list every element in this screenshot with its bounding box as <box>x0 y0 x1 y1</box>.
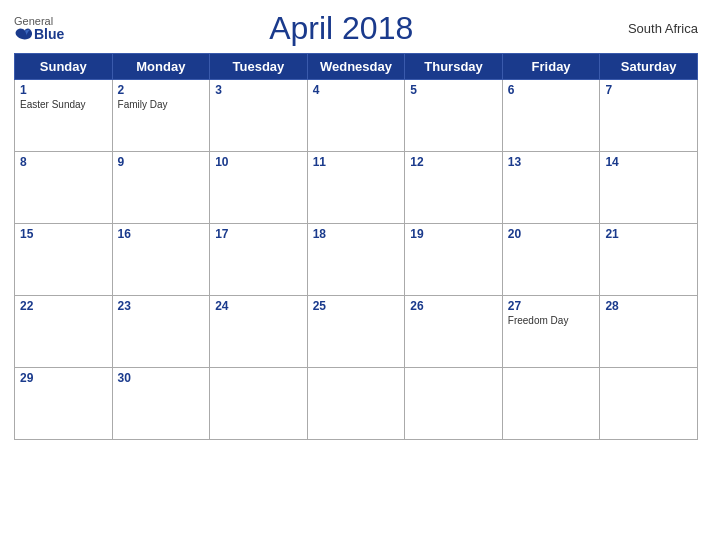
calendar-cell-2-2: 9 <box>112 152 210 224</box>
calendar-container: General Blue April 2018 South Africa Sun… <box>0 0 712 550</box>
calendar-table: Sunday Monday Tuesday Wednesday Thursday… <box>14 53 698 440</box>
calendar-cell-5-6 <box>502 368 600 440</box>
calendar-cell-2-1: 8 <box>15 152 113 224</box>
week-row-1: 1Easter Sunday2Family Day34567 <box>15 80 698 152</box>
calendar-cell-4-5: 26 <box>405 296 503 368</box>
days-header-row: Sunday Monday Tuesday Wednesday Thursday… <box>15 54 698 80</box>
day-number: 12 <box>410 155 497 169</box>
day-number: 17 <box>215 227 302 241</box>
calendar-cell-4-7: 28 <box>600 296 698 368</box>
calendar-cell-4-3: 24 <box>210 296 308 368</box>
day-number: 20 <box>508 227 595 241</box>
calendar-cell-1-4: 4 <box>307 80 405 152</box>
day-number: 3 <box>215 83 302 97</box>
calendar-cell-3-3: 17 <box>210 224 308 296</box>
day-number: 14 <box>605 155 692 169</box>
calendar-cell-5-2: 30 <box>112 368 210 440</box>
calendar-cell-4-2: 23 <box>112 296 210 368</box>
calendar-cell-2-7: 14 <box>600 152 698 224</box>
day-number: 19 <box>410 227 497 241</box>
holiday-label: Freedom Day <box>508 315 595 326</box>
logo: General Blue <box>14 16 64 41</box>
day-number: 21 <box>605 227 692 241</box>
calendar-body: 1Easter Sunday2Family Day345678910111213… <box>15 80 698 440</box>
calendar-cell-5-1: 29 <box>15 368 113 440</box>
day-number: 5 <box>410 83 497 97</box>
calendar-cell-2-5: 12 <box>405 152 503 224</box>
day-number: 10 <box>215 155 302 169</box>
calendar-cell-4-4: 25 <box>307 296 405 368</box>
day-number: 1 <box>20 83 107 97</box>
week-row-3: 15161718192021 <box>15 224 698 296</box>
day-number: 25 <box>313 299 400 313</box>
calendar-cell-3-2: 16 <box>112 224 210 296</box>
calendar-cell-3-7: 21 <box>600 224 698 296</box>
calendar-cell-1-3: 3 <box>210 80 308 152</box>
day-number: 29 <box>20 371 107 385</box>
calendar-cell-5-5 <box>405 368 503 440</box>
calendar-cell-2-4: 11 <box>307 152 405 224</box>
calendar-cell-3-5: 19 <box>405 224 503 296</box>
calendar-cell-3-4: 18 <box>307 224 405 296</box>
holiday-label: Family Day <box>118 99 205 110</box>
calendar-cell-5-7 <box>600 368 698 440</box>
day-number: 16 <box>118 227 205 241</box>
calendar-cell-4-6: 27Freedom Day <box>502 296 600 368</box>
country-label: South Africa <box>618 21 698 36</box>
day-number: 7 <box>605 83 692 97</box>
day-number: 30 <box>118 371 205 385</box>
logo-bird-icon <box>14 27 32 41</box>
logo-blue-text: Blue <box>14 27 64 41</box>
week-row-2: 891011121314 <box>15 152 698 224</box>
calendar-cell-2-3: 10 <box>210 152 308 224</box>
header-thursday: Thursday <box>405 54 503 80</box>
header-saturday: Saturday <box>600 54 698 80</box>
calendar-cell-5-3 <box>210 368 308 440</box>
calendar-cell-4-1: 22 <box>15 296 113 368</box>
day-number: 2 <box>118 83 205 97</box>
day-number: 22 <box>20 299 107 313</box>
calendar-cell-5-4 <box>307 368 405 440</box>
calendar-cell-1-6: 6 <box>502 80 600 152</box>
week-row-4: 222324252627Freedom Day28 <box>15 296 698 368</box>
month-title: April 2018 <box>64 10 618 47</box>
day-number: 9 <box>118 155 205 169</box>
day-number: 13 <box>508 155 595 169</box>
header-tuesday: Tuesday <box>210 54 308 80</box>
day-number: 28 <box>605 299 692 313</box>
calendar-cell-2-6: 13 <box>502 152 600 224</box>
day-number: 24 <box>215 299 302 313</box>
header-wednesday: Wednesday <box>307 54 405 80</box>
week-row-5: 2930 <box>15 368 698 440</box>
calendar-cell-3-1: 15 <box>15 224 113 296</box>
calendar-cell-1-5: 5 <box>405 80 503 152</box>
day-number: 23 <box>118 299 205 313</box>
calendar-header: General Blue April 2018 South Africa <box>14 10 698 47</box>
calendar-cell-1-2: 2Family Day <box>112 80 210 152</box>
header-friday: Friday <box>502 54 600 80</box>
calendar-cell-1-7: 7 <box>600 80 698 152</box>
day-number: 27 <box>508 299 595 313</box>
calendar-cell-1-1: 1Easter Sunday <box>15 80 113 152</box>
day-number: 8 <box>20 155 107 169</box>
calendar-cell-3-6: 20 <box>502 224 600 296</box>
day-number: 6 <box>508 83 595 97</box>
day-number: 15 <box>20 227 107 241</box>
header-monday: Monday <box>112 54 210 80</box>
day-number: 11 <box>313 155 400 169</box>
holiday-label: Easter Sunday <box>20 99 107 110</box>
day-number: 18 <box>313 227 400 241</box>
day-number: 4 <box>313 83 400 97</box>
day-number: 26 <box>410 299 497 313</box>
header-sunday: Sunday <box>15 54 113 80</box>
